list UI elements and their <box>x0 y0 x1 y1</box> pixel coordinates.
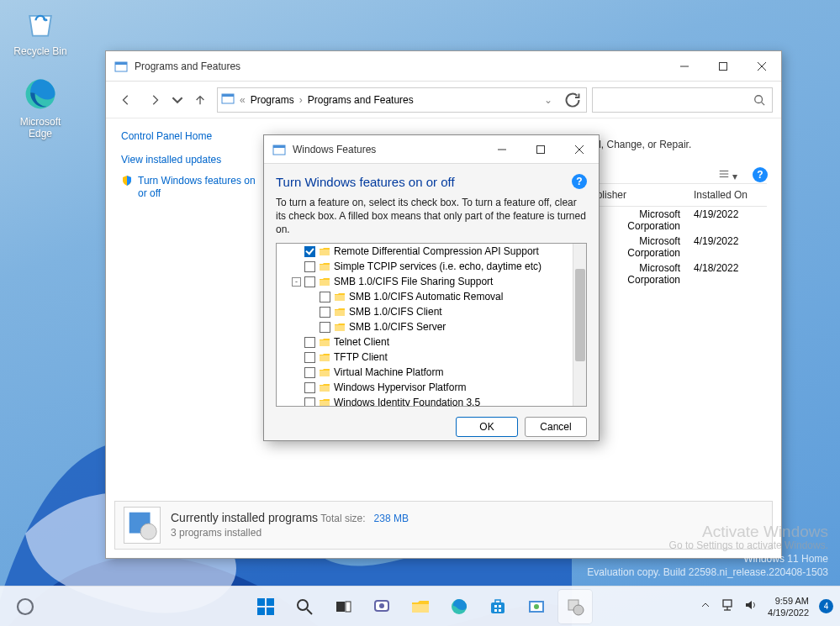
feature-checkbox[interactable] <box>320 292 330 302</box>
network-icon[interactable] <box>721 598 734 614</box>
windows-features-link[interactable]: Turn Windows features on or off <box>121 175 256 200</box>
widgets-button[interactable] <box>8 590 42 623</box>
close-button[interactable] <box>742 51 781 82</box>
expand-toggle[interactable]: - <box>292 277 301 287</box>
chevron-icon: « <box>240 94 246 106</box>
wf-titlebar[interactable]: Windows Features <box>264 135 599 164</box>
wf-close-button[interactable] <box>560 134 599 165</box>
view-options-button[interactable]: ▾ <box>718 168 737 182</box>
feature-row[interactable]: SMB 1.0/CIFS Server <box>277 319 586 334</box>
feature-checkbox[interactable] <box>304 397 315 408</box>
feature-label: Telnet Client <box>334 336 389 348</box>
feature-checkbox[interactable] <box>304 352 315 363</box>
col-installed[interactable]: Installed On <box>687 187 767 203</box>
feature-row[interactable]: Telnet Client <box>277 334 586 350</box>
volume-icon[interactable] <box>744 598 758 614</box>
nav-row: « Programs › Programs and Features ⌄ <box>106 82 781 118</box>
feature-row[interactable]: Windows Identity Foundation 3.5 <box>277 395 586 407</box>
feature-row[interactable]: Windows Hypervisor Platform <box>277 380 586 395</box>
edition-text: Windows 11 Home <box>587 552 828 566</box>
scrollbar-thumb[interactable] <box>575 269 585 361</box>
feature-row[interactable]: Simple TCPIP services (i.e. echo, daytim… <box>277 259 586 274</box>
svg-rect-27 <box>335 325 345 331</box>
edge-icon[interactable]: Microsoft Edge <box>8 76 72 139</box>
svg-rect-36 <box>267 598 274 606</box>
programs-features-taskbar-button[interactable] <box>558 590 592 623</box>
feature-row[interactable]: TFTP Client <box>277 350 586 365</box>
feature-checkbox[interactable] <box>304 261 315 272</box>
svg-rect-37 <box>257 608 265 615</box>
up-button[interactable] <box>188 88 212 112</box>
sidebar: Control Panel Home View installed update… <box>106 118 261 558</box>
feature-row[interactable]: SMB 1.0/CIFS Client <box>277 304 586 319</box>
wf-minimize-button[interactable] <box>483 134 521 165</box>
feature-label: TFTP Client <box>334 351 388 363</box>
pf-titlebar[interactable]: Programs and Features <box>106 51 781 82</box>
control-panel-home-link[interactable]: Control Panel Home <box>121 130 256 142</box>
svg-rect-25 <box>335 295 345 301</box>
minimize-button[interactable] <box>665 51 704 82</box>
feature-row[interactable]: Virtual Machine Platform <box>277 365 586 380</box>
feature-checkbox[interactable] <box>304 367 315 378</box>
search-box[interactable] <box>592 87 773 113</box>
breadcrumb-programs[interactable]: Programs <box>251 94 294 106</box>
maximize-button[interactable] <box>704 51 742 82</box>
feature-checkbox[interactable] <box>304 246 315 257</box>
view-updates-link[interactable]: View installed updates <box>121 154 256 166</box>
explorer-button[interactable] <box>404 590 437 623</box>
edge-taskbar-button[interactable] <box>442 590 476 623</box>
feature-checkbox[interactable] <box>304 337 315 348</box>
desktop: Recycle Bin Microsoft Edge Programs and … <box>0 0 840 626</box>
wf-help-button[interactable]: ? <box>572 174 587 189</box>
refresh-button[interactable] <box>563 90 583 110</box>
status-size-label: Total size: <box>320 513 365 524</box>
taskview-button[interactable] <box>326 590 360 623</box>
back-button[interactable] <box>114 88 138 112</box>
start-button[interactable] <box>249 590 283 623</box>
ok-button[interactable]: OK <box>456 417 518 437</box>
system-tray[interactable]: 9:59 AM 4/19/2022 4 <box>700 595 833 618</box>
search-button[interactable] <box>288 590 321 623</box>
breadcrumb-pf[interactable]: Programs and Features <box>308 94 414 106</box>
folder-icon <box>319 337 330 347</box>
recycle-bin-icon[interactable]: Recycle Bin <box>8 5 72 57</box>
feature-checkbox[interactable] <box>320 322 330 333</box>
pf-title-icon <box>114 60 128 73</box>
addr-icon <box>221 92 235 108</box>
store-button[interactable] <box>481 590 515 623</box>
svg-point-56 <box>573 605 584 615</box>
feature-row[interactable]: Remote Differential Compression API Supp… <box>277 244 586 259</box>
feature-row[interactable]: SMB 1.0/CIFS Automatic Removal <box>277 289 586 304</box>
feature-label: Virtual Machine Platform <box>334 366 444 378</box>
control-panel-taskbar-button[interactable] <box>520 590 553 623</box>
svg-rect-42 <box>346 602 351 612</box>
recent-button[interactable] <box>172 88 183 112</box>
pf-title-text: Programs and Features <box>135 60 665 72</box>
svg-point-54 <box>534 604 539 609</box>
taskbar[interactable]: 9:59 AM 4/19/2022 4 <box>0 586 840 626</box>
windows-features-dialog: Windows Features Turn Windows features o… <box>263 134 600 441</box>
wf-title-icon <box>272 143 286 156</box>
chevron-down-icon[interactable]: ⌄ <box>544 94 552 106</box>
feature-label: SMB 1.0/CIFS Automatic Removal <box>349 291 503 302</box>
wf-maximize-button[interactable] <box>521 134 560 165</box>
svg-rect-51 <box>499 609 501 612</box>
activate-hint-text: Go to Settings to activate Windows. <box>587 539 828 552</box>
feature-checkbox[interactable] <box>320 307 330 318</box>
chat-button[interactable] <box>365 590 399 623</box>
cancel-button[interactable]: Cancel <box>525 417 587 437</box>
help-button[interactable]: ? <box>753 167 768 182</box>
clock[interactable]: 9:59 AM 4/19/2022 <box>768 595 809 618</box>
forward-button[interactable] <box>143 88 166 112</box>
svg-point-15 <box>140 523 156 539</box>
notification-badge[interactable]: 4 <box>819 599 833 613</box>
address-bar[interactable]: « Programs › Programs and Features ⌄ <box>217 87 587 113</box>
wf-heading: Turn Windows features on or off <box>276 175 455 189</box>
scrollbar[interactable] <box>573 244 586 406</box>
feature-checkbox[interactable] <box>304 382 315 393</box>
feature-checkbox[interactable] <box>304 276 315 287</box>
tray-chevron-icon[interactable] <box>700 600 711 613</box>
features-tree[interactable]: Remote Differential Compression API Supp… <box>276 243 587 407</box>
svg-rect-2 <box>115 62 127 65</box>
feature-row[interactable]: -SMB 1.0/CIFS File Sharing Support <box>277 274 586 289</box>
